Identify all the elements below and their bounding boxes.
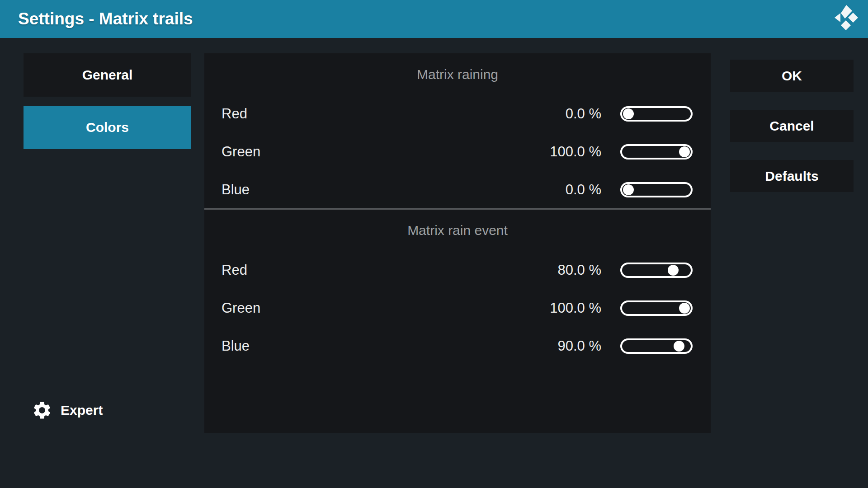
settings-level-toggle[interactable]: Expert <box>32 399 103 422</box>
group-separator <box>204 208 711 210</box>
slider-knob[interactable] <box>679 146 690 157</box>
setting-value: 0.0 % <box>566 106 601 122</box>
red-slider[interactable] <box>620 263 693 278</box>
slider-knob[interactable] <box>679 303 690 314</box>
setting-label: Blue <box>222 338 557 354</box>
setting-value: 100.0 % <box>550 144 601 160</box>
ok-button[interactable]: OK <box>730 60 854 92</box>
window-titlebar: Settings - Matrix trails <box>0 0 868 38</box>
setting-row-red[interactable]: Red 0.0 % <box>222 95 693 133</box>
green-slider[interactable] <box>620 300 693 316</box>
slider-knob[interactable] <box>623 184 634 195</box>
setting-label: Blue <box>222 182 566 198</box>
setting-value: 100.0 % <box>550 300 601 316</box>
ok-button-label: OK <box>782 68 802 84</box>
setting-row-green[interactable]: Green 100.0 % <box>222 289 693 327</box>
setting-row-red[interactable]: Red 80.0 % <box>222 251 693 289</box>
sidebar-item-label: Colors <box>86 120 129 135</box>
sidebar-item-general[interactable]: General <box>24 53 191 97</box>
blue-slider[interactable] <box>620 338 693 354</box>
setting-value: 80.0 % <box>557 262 601 278</box>
setting-label: Red <box>222 262 557 278</box>
gear-icon <box>32 400 52 421</box>
setting-row-green[interactable]: Green 100.0 % <box>222 133 693 171</box>
green-slider[interactable] <box>620 144 693 160</box>
group-title-matrix-raining: Matrix raining <box>204 65 711 84</box>
defaults-button-label: Defaults <box>765 169 818 184</box>
setting-row-blue[interactable]: Blue 90.0 % <box>222 327 693 365</box>
kodi-logo-icon <box>832 5 861 33</box>
setting-value: 90.0 % <box>557 338 601 354</box>
settings-level-label: Expert <box>61 403 103 418</box>
group-title-matrix-rain-event: Matrix rain event <box>204 221 711 240</box>
settings-panel: Matrix raining Red 0.0 % Green 100.0 % B… <box>204 53 711 433</box>
sidebar-item-colors[interactable]: Colors <box>24 106 191 149</box>
setting-label: Red <box>222 106 566 122</box>
defaults-button[interactable]: Defaults <box>730 160 854 192</box>
page-title: Settings - Matrix trails <box>18 0 193 38</box>
sidebar-item-label: General <box>82 67 133 83</box>
slider-knob[interactable] <box>674 341 684 352</box>
setting-label: Green <box>222 144 550 160</box>
setting-label: Green <box>222 300 550 316</box>
blue-slider[interactable] <box>620 182 693 197</box>
slider-knob[interactable] <box>668 265 679 276</box>
cancel-button-label: Cancel <box>769 118 814 134</box>
cancel-button[interactable]: Cancel <box>730 110 854 142</box>
red-slider[interactable] <box>620 106 693 122</box>
setting-value: 0.0 % <box>566 182 601 198</box>
slider-knob[interactable] <box>623 108 634 119</box>
setting-row-blue[interactable]: Blue 0.0 % <box>222 171 693 209</box>
